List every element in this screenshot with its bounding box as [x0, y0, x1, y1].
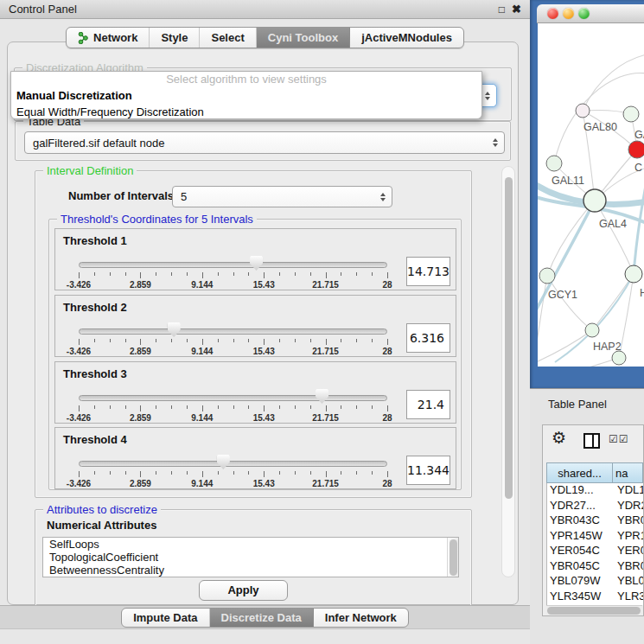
attributes-list-scrollbar[interactable] [447, 538, 458, 577]
tab-select[interactable]: Select [200, 28, 256, 48]
float-icon[interactable]: □ [499, 3, 505, 16]
slider-track[interactable] [79, 395, 387, 401]
node-label: GAL4 [599, 218, 627, 230]
cell[interactable]: YDR2 [614, 499, 643, 514]
threshold-4-slider[interactable]: -3.4262.8599.14415.4321.71528 [79, 456, 387, 490]
cell[interactable]: YER054C [547, 544, 614, 559]
gear-icon[interactable]: ⚙ [552, 428, 566, 448]
combo-arrows-icon [485, 92, 490, 100]
tab-network[interactable]: Network [67, 28, 150, 48]
table-row[interactable]: YPR145WYPR1 [547, 529, 643, 545]
slider-track[interactable] [79, 328, 387, 335]
table-row[interactable]: YBR045CYBR0 [547, 559, 643, 575]
node-gal4[interactable] [583, 189, 606, 212]
tab-infer-network[interactable]: Infer Network [314, 609, 408, 627]
slider-thumb[interactable] [168, 322, 181, 337]
threshold-2-slider[interactable]: -3.4262.8599.14415.4321.71528 [79, 323, 387, 358]
network-nodes[interactable] [539, 104, 644, 365]
column-header-shared-name[interactable]: shared... [546, 462, 613, 483]
cell[interactable]: YDL19... [547, 483, 614, 499]
list-item[interactable]: TopologicalCoefficient [43, 551, 458, 564]
cell[interactable]: YPR1 [614, 529, 643, 545]
tick-mark [171, 471, 172, 475]
threshold-3-panel: Threshold 3 -3.4262.8599.14415.4321.7152… [54, 361, 456, 424]
algorithm-placeholder-option[interactable]: Select algorithm to view settings [11, 72, 481, 87]
cell[interactable]: YBR0 [614, 559, 643, 575]
node-gal11[interactable] [546, 156, 562, 171]
tick-mark [156, 471, 156, 475]
content-vertical-scrollbar[interactable] [501, 166, 515, 577]
tab-discretize-data[interactable]: Discretize Data [210, 609, 314, 627]
table-row[interactable]: YBL079WYBL0 [547, 574, 643, 590]
column-layout-icon[interactable] [583, 433, 600, 449]
slider-thumb[interactable] [250, 256, 263, 271]
table-data-combo[interactable]: galFiltered.sif default node [24, 131, 505, 154]
tick-mark [202, 471, 203, 477]
cell[interactable]: YBR043C [547, 513, 614, 529]
node-red-selected[interactable] [628, 141, 644, 158]
slider-track[interactable] [79, 262, 387, 268]
scrollbar-thumb[interactable] [547, 607, 641, 615]
tab-style[interactable]: Style [150, 28, 200, 48]
threshold-3-slider[interactable]: -3.4262.8599.14415.4321.71528 [79, 390, 387, 424]
algorithm-option-equal-width[interactable]: Equal Width/Frequency Discretization [11, 104, 481, 120]
close-icon[interactable]: ✖ [512, 3, 521, 16]
tick-mark [94, 272, 95, 276]
table-row[interactable]: YER054CYER0 [547, 544, 643, 559]
slider-scale-labels: -3.4262.8599.14415.4321.71528 [79, 280, 387, 290]
tab-jactivemnodules[interactable]: jActiveMNodules [350, 28, 463, 48]
threshold-1-value-field[interactable]: 14.713 [406, 257, 450, 286]
cell[interactable]: YLR3 [614, 590, 643, 605]
tab-style-label: Style [161, 31, 188, 44]
scrollbar-thumb[interactable] [450, 539, 457, 576]
minimize-traffic-light[interactable] [563, 8, 574, 19]
cell[interactable]: YBL0 [614, 574, 643, 590]
node-top-right[interactable] [623, 106, 639, 122]
tab-cyni-toolbox[interactable]: Cyni Toolbox [257, 28, 350, 48]
cell[interactable]: YDR27... [547, 499, 614, 514]
node-gal80[interactable] [576, 104, 590, 118]
scrollbar-thumb[interactable] [505, 177, 513, 499]
cell[interactable]: YBR0 [614, 513, 643, 529]
cell[interactable]: YER0 [614, 544, 643, 559]
algorithm-option-manual[interactable]: Manual Discretization [11, 87, 481, 104]
cell[interactable]: YBL079W [547, 574, 614, 590]
threshold-3-value-field[interactable]: 21.4 [406, 390, 450, 419]
tab-impute-data[interactable]: Impute Data [122, 609, 209, 627]
list-item[interactable]: BetweennessCentrality [43, 564, 458, 577]
threshold-2-value-field[interactable]: 6.316 [406, 323, 450, 353]
slider-thumb[interactable] [316, 389, 328, 404]
list-item[interactable]: SelfLoops [43, 538, 458, 551]
table-row[interactable]: YDL19...YDL1 [547, 483, 643, 499]
zoom-traffic-light[interactable] [578, 8, 590, 19]
tick-mark [341, 405, 341, 409]
scale-label: 15.43 [253, 413, 275, 423]
table-row[interactable]: YLR345WYLR3 [547, 590, 643, 605]
network-canvas[interactable]: GAL80 GA C GAL11 GAL4 GCY1 H HAP2 [538, 23, 644, 367]
cell[interactable]: YDL1 [614, 483, 643, 499]
threshold-4-value-field[interactable]: 11.344 [406, 456, 450, 485]
cell[interactable]: YLR345W [547, 590, 614, 605]
node-hap2[interactable] [585, 323, 599, 337]
apply-button[interactable]: Apply [199, 580, 288, 601]
table-horizontal-scrollbar[interactable] [546, 605, 642, 615]
table-row[interactable]: YBR043CYBR0 [547, 513, 643, 529]
column-header-name[interactable]: na [613, 462, 643, 483]
node-gcy1[interactable] [539, 268, 555, 284]
cell[interactable]: YPR145W [547, 529, 614, 545]
scale-label: 2.859 [130, 280, 151, 290]
thresholds-group: Threshold's Coordinates for 5 Intervals … [48, 219, 462, 490]
slider-scale-labels: -3.4262.8599.14415.4321.71528 [79, 479, 387, 489]
checkbox-icons[interactable]: ☑☑ [609, 433, 629, 445]
node-bottom-partial[interactable] [612, 351, 626, 365]
cell[interactable]: YBR045C [547, 559, 614, 575]
table-row[interactable]: YDR27...YDR2 [547, 499, 643, 514]
table-panel-title: Table Panel [548, 398, 607, 411]
num-intervals-combo[interactable]: 5 [172, 186, 392, 207]
close-traffic-light[interactable] [547, 8, 558, 19]
threshold-1-slider[interactable]: -3.4262.8599.14415.4321.71528 [79, 257, 387, 291]
numerical-attributes-list[interactable]: SelfLoops TopologicalCoefficient Between… [42, 537, 459, 577]
slider-track[interactable] [79, 461, 387, 467]
slider-thumb[interactable] [217, 455, 230, 469]
node-h[interactable] [625, 265, 642, 283]
